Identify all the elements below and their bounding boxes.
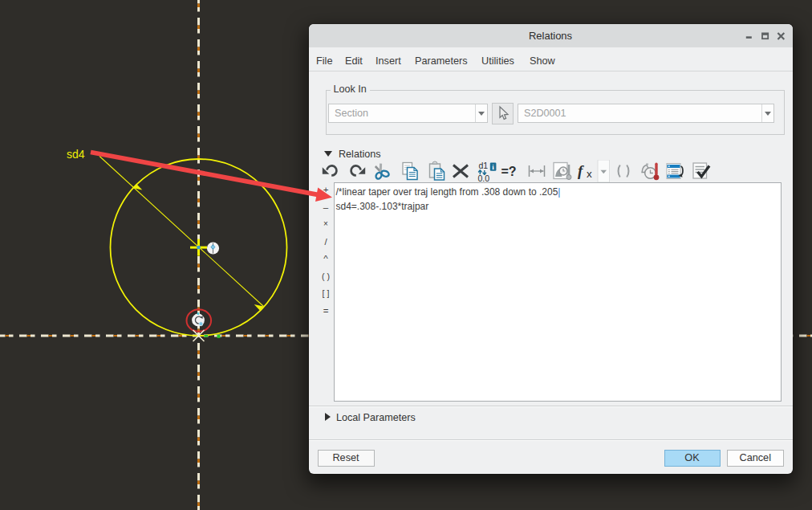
svg-text:0.0: 0.0 (477, 173, 489, 182)
svg-text:=?: =? (501, 165, 517, 178)
svg-text:f: f (578, 162, 584, 179)
svg-text:sd4: sd4 (67, 148, 85, 161)
svg-text:d1: d1 (478, 161, 488, 170)
